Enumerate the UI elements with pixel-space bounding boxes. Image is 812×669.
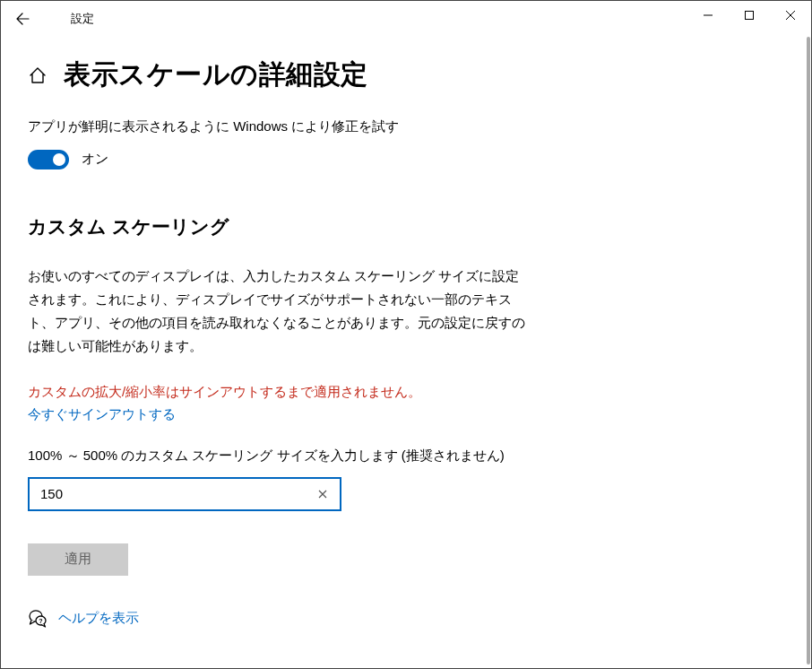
content-area: 表示スケールの詳細設定 アプリが鮮明に表示されるように Windows により修… — [1, 37, 811, 629]
svg-rect-0 — [746, 12, 754, 20]
back-arrow-icon — [15, 12, 30, 26]
home-icon — [28, 65, 48, 85]
fix-apps-label: アプリが鮮明に表示されるように Windows により修正を試す — [28, 117, 784, 137]
help-link[interactable]: ヘルプを表示 — [58, 606, 139, 630]
custom-scaling-warning: カスタムの拡大/縮小率はサインアウトするまで適用されません。 — [28, 380, 784, 404]
maximize-button[interactable] — [729, 1, 770, 30]
heading-row: 表示スケールの詳細設定 — [28, 56, 784, 93]
svg-text:?: ? — [39, 618, 42, 624]
clear-input-button[interactable] — [313, 484, 333, 504]
back-button[interactable] — [1, 1, 44, 37]
toggle-knob — [53, 153, 65, 166]
fix-apps-toggle[interactable] — [28, 150, 69, 169]
scaling-input[interactable] — [40, 486, 313, 501]
custom-scaling-description: お使いのすべてのディスプレイは、入力したカスタム スケーリング サイズに設定され… — [28, 265, 530, 359]
home-button[interactable] — [28, 65, 48, 85]
fix-apps-toggle-row: オン — [28, 150, 784, 169]
minimize-button[interactable] — [687, 1, 729, 30]
fix-apps-toggle-state: オン — [82, 151, 108, 168]
scaling-input-label: 100% ～ 500% のカスタム スケーリング サイズを入力します (推奨され… — [28, 447, 784, 465]
scrollbar[interactable] — [807, 37, 810, 665]
window-controls — [687, 1, 811, 30]
help-icon: ? — [28, 608, 46, 626]
titlebar: 設定 — [1, 1, 811, 37]
page-title: 表示スケールの詳細設定 — [64, 56, 368, 93]
maximize-icon — [744, 10, 755, 21]
close-button[interactable] — [770, 1, 811, 30]
close-icon — [785, 10, 796, 21]
minimize-icon — [703, 10, 713, 21]
apply-button[interactable]: 適用 — [28, 543, 128, 576]
window-title: 設定 — [71, 11, 94, 27]
custom-scaling-heading: カスタム スケーリング — [28, 214, 784, 239]
help-row: ? ヘルプを表示 — [28, 606, 784, 630]
scaling-input-wrap — [28, 477, 341, 511]
signout-link[interactable]: 今すぐサインアウトする — [28, 403, 176, 426]
clear-icon — [317, 489, 328, 500]
